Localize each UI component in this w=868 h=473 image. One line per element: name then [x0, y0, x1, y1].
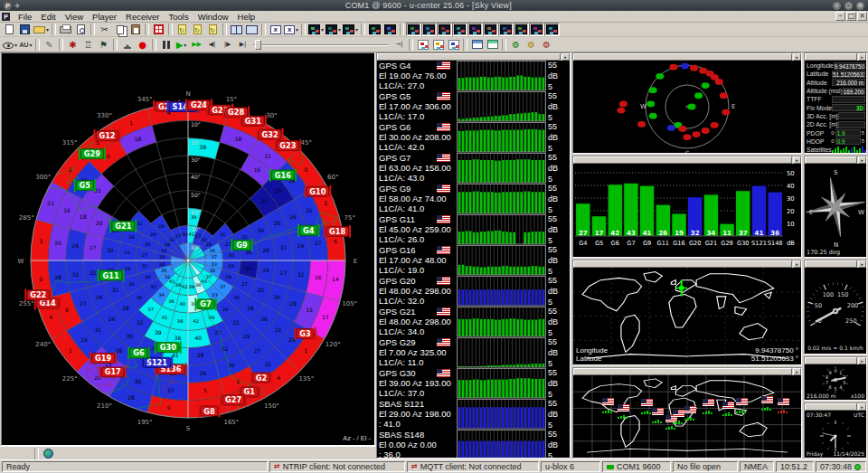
- split-vertical-button[interactable]: [244, 23, 259, 36]
- menu-tools[interactable]: Tools: [165, 12, 193, 22]
- record-button[interactable]: ●: [135, 38, 150, 52]
- station-flag-button[interactable]: ⚑: [96, 38, 111, 52]
- open-file-button[interactable]: ▾: [33, 23, 50, 36]
- gear-red-button[interactable]: ⚙: [539, 38, 554, 52]
- satellite-row[interactable]: GPS G29El 7.00 Az 325.00L1C/A: 11.055dB5: [377, 337, 570, 368]
- convert-1-button[interactable]: [175, 23, 190, 36]
- debug-bug-button[interactable]: ✱: [65, 38, 80, 52]
- dropdown-arrow-icon[interactable]: ▾: [14, 42, 17, 48]
- menu-edit[interactable]: Edit: [36, 12, 60, 22]
- dock-signal-button[interactable]: [467, 23, 483, 36]
- gear-yellow-button[interactable]: ⚙: [524, 38, 539, 52]
- dropdown-arrow-icon[interactable]: ▾: [321, 26, 324, 33]
- dropdown-arrow-icon[interactable]: ▾: [46, 26, 49, 33]
- dropdown-arrow-icon[interactable]: ▾: [296, 26, 298, 33]
- marker-mode-button[interactable]: [71, 447, 87, 460]
- dock-deviation-button[interactable]: [421, 23, 437, 36]
- scrollbar-thumb[interactable]: [573, 53, 792, 61]
- close-button[interactable]: ⊗: [856, 2, 864, 10]
- signal-chart-scrollbar[interactable]: ▸: [573, 156, 801, 164]
- dock-world-button[interactable]: [483, 23, 498, 36]
- scrollbar-button[interactable]: ▸: [858, 403, 866, 411]
- scrollbar-thumb[interactable]: [573, 260, 792, 268]
- menu-player[interactable]: Player: [88, 12, 121, 22]
- mdi-restore-button[interactable]: □: [846, 12, 856, 21]
- satellite-row[interactable]: GPS G11El 45.00 Az 259.00L1C/A: 26.055dB…: [377, 214, 570, 245]
- cut-button[interactable]: ✂: [97, 23, 112, 36]
- skip-end-button[interactable]: →|: [392, 38, 407, 52]
- satellite-row[interactable]: GPS G9El 58.00 Az 74.00L1C/A: 41.055dB5: [377, 184, 570, 214]
- close-column-button[interactable]: [268, 23, 283, 36]
- no-position-button[interactable]: [56, 447, 71, 460]
- eject-button[interactable]: [119, 38, 135, 52]
- slider-thumb[interactable]: [255, 40, 261, 50]
- scrollbar-button[interactable]: ▸: [793, 156, 801, 164]
- scrollbar-thumb[interactable]: [573, 156, 792, 164]
- menu-receiver[interactable]: Receiver: [121, 12, 165, 22]
- menu-help[interactable]: Help: [233, 12, 260, 22]
- dock-compass-button[interactable]: [498, 23, 514, 36]
- step-back-button[interactable]: ◀|: [204, 38, 220, 52]
- minimize-button[interactable]: ∨: [833, 2, 841, 10]
- dropdown-arrow-icon[interactable]: ▾: [338, 26, 341, 33]
- dropdown-arrow-icon[interactable]: ▾: [30, 42, 33, 48]
- fast-forward-button[interactable]: ▶▶: [189, 38, 204, 52]
- chart-view-button[interactable]: ▾: [325, 23, 342, 36]
- paste-button[interactable]: [127, 23, 143, 36]
- dock-histogram-button[interactable]: [437, 23, 452, 36]
- data-panel-scrollbar[interactable]: ▸: [805, 53, 866, 61]
- compass-scrollbar[interactable]: ▸: [805, 156, 866, 164]
- menu-view[interactable]: View: [61, 12, 88, 22]
- tools-wand-button[interactable]: ✎: [42, 38, 57, 52]
- scrollbar-thumb[interactable]: [805, 260, 857, 268]
- play-button[interactable]: ▶▾: [174, 38, 189, 52]
- satellite-row[interactable]: GPS G7El 63.00 Az 158.00L1C/A: 43.055dB5: [377, 153, 570, 184]
- scrollbar-button[interactable]: ▸: [858, 53, 866, 61]
- pause-button[interactable]: [158, 38, 174, 52]
- step-forward-button[interactable]: |▶: [220, 38, 235, 52]
- view-a-button[interactable]: [367, 23, 382, 36]
- globe-mode-button[interactable]: [41, 447, 56, 460]
- satellite-list-scrollbar[interactable]: ▸: [377, 53, 570, 61]
- maximize-button[interactable]: ○: [844, 2, 853, 10]
- satellite-row[interactable]: GPS G30El 39.00 Az 193.00L1C/A: 37.055dB…: [377, 368, 570, 399]
- satellite-row[interactable]: GPS G4El 19.00 Az 76.00L1C/A: 27.055dB5: [377, 61, 570, 91]
- view-b-button[interactable]: [382, 23, 398, 36]
- world-position-scrollbar[interactable]: ▸: [573, 260, 801, 268]
- dock-altitude-button[interactable]: [529, 23, 544, 36]
- orbit-mode-button[interactable]: [2, 447, 17, 460]
- histogram-yellow-button[interactable]: [430, 38, 446, 52]
- scrollbar-button[interactable]: ▸: [561, 53, 570, 61]
- orbit-mode-2-button[interactable]: [17, 447, 33, 460]
- new-file-button[interactable]: [2, 23, 17, 36]
- satellite-map-scrollbar[interactable]: ▸: [573, 368, 801, 375]
- speed-scrollbar[interactable]: ▸: [805, 260, 866, 268]
- split-horizontal-button[interactable]: [229, 23, 244, 36]
- table-statistic-button[interactable]: [469, 38, 485, 52]
- save-file-button[interactable]: [17, 23, 33, 36]
- dropdown-arrow-icon[interactable]: ▾: [355, 26, 358, 33]
- scrollbar-button[interactable]: ▸: [793, 53, 801, 61]
- menu-window[interactable]: Window: [193, 12, 233, 22]
- map-view-button[interactable]: ▾: [307, 23, 325, 36]
- scrollbar-thumb[interactable]: [805, 53, 857, 61]
- histogram-blue-button[interactable]: [446, 38, 461, 52]
- scrollbar-button[interactable]: ▸: [858, 156, 866, 164]
- scrollbar-button[interactable]: ▸: [858, 260, 866, 268]
- satellite-row[interactable]: SBAS S148El 0.00 Az 0.00: 36.055dB5: [377, 430, 570, 458]
- scrollbar-button[interactable]: ▸: [793, 368, 801, 375]
- scrollbar-button[interactable]: ▸: [793, 260, 801, 268]
- mdi-close-button[interactable]: ×: [857, 12, 867, 21]
- sky-view-panel[interactable]: 4127302634373336374038394238413235262932…: [1, 52, 375, 446]
- skip-forward-button[interactable]: ▶|: [235, 38, 250, 52]
- satellite-row[interactable]: SBAS S121El 29.00 Az 198.00: 41.055dB5: [377, 399, 570, 430]
- close-column-2-button[interactable]: ▾: [283, 23, 299, 36]
- convert-3-button[interactable]: [205, 23, 221, 36]
- constellation-scrollbar[interactable]: ▸: [573, 53, 801, 61]
- print-button[interactable]: [58, 23, 73, 36]
- scrollbar-thumb[interactable]: [805, 357, 857, 364]
- progress-slider[interactable]: [253, 38, 389, 52]
- satellite-row[interactable]: GPS G21El 48.00 Az 298.00L1C/A: 34.055dB…: [377, 307, 570, 337]
- clock-scrollbar[interactable]: ▸: [805, 403, 866, 411]
- print-preview-button[interactable]: [73, 23, 89, 36]
